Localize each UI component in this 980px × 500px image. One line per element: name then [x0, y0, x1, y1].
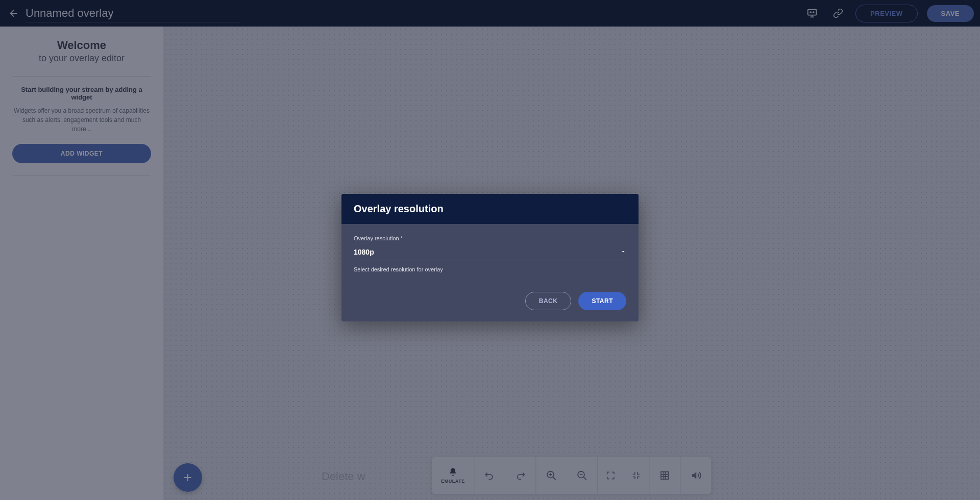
back-button[interactable]: BACK — [525, 292, 572, 310]
modal-body: Overlay resolution * 1080p Select desire… — [341, 224, 639, 282]
modal-actions: BACK START — [341, 282, 639, 321]
modal-title: Overlay resolution — [354, 203, 626, 215]
resolution-value: 1080p — [354, 248, 374, 256]
chevron-down-icon — [620, 247, 626, 257]
modal-header: Overlay resolution — [341, 194, 639, 224]
resolution-select[interactable]: 1080p — [354, 245, 626, 261]
start-button[interactable]: START — [578, 292, 626, 310]
modal-backdrop[interactable]: Overlay resolution Overlay resolution * … — [0, 0, 980, 500]
resolution-help-text: Select desired resolution for overlay — [354, 266, 626, 272]
resolution-modal: Overlay resolution Overlay resolution * … — [341, 194, 639, 321]
resolution-field-label: Overlay resolution * — [354, 235, 626, 241]
